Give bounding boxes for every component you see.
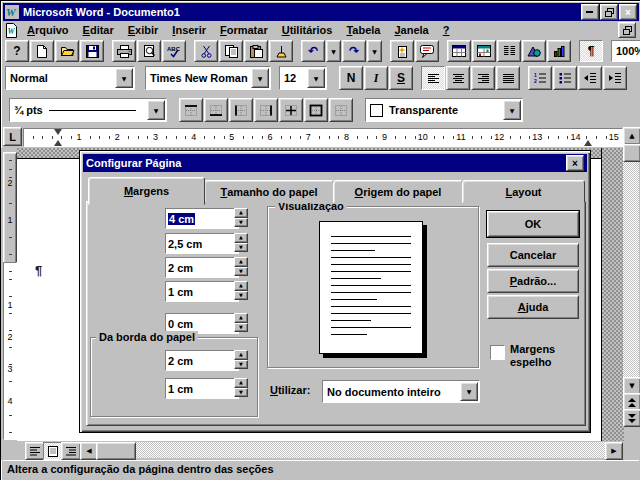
print-preview-button[interactable] <box>137 40 161 62</box>
superior-input[interactable]: 4 cm <box>165 208 239 229</box>
columns-button[interactable] <box>497 40 521 62</box>
cabecalho-input[interactable]: 2 cm <box>165 350 239 371</box>
align-right-button[interactable] <box>471 66 495 90</box>
spin-down-icon[interactable]: ▼ <box>234 323 248 333</box>
direita-input[interactable]: 1 cm <box>165 281 239 302</box>
inferior-spinner[interactable]: ▲▼ <box>234 233 248 252</box>
print-button[interactable] <box>112 40 136 62</box>
new-document-button[interactable] <box>30 40 54 62</box>
close-button[interactable]: × <box>619 4 637 20</box>
inferior-input[interactable]: 2,5 cm <box>165 233 239 254</box>
esquerda-spinner[interactable]: ▲▼ <box>234 257 248 276</box>
format-painter-button[interactable] <box>269 40 293 62</box>
dialog-close-button[interactable]: × <box>566 155 584 171</box>
spin-up-icon[interactable]: ▲ <box>234 378 248 388</box>
spin-up-icon[interactable]: ▲ <box>234 257 248 267</box>
tab-tamanho-do-papel[interactable]: Tamanho do papel <box>204 180 334 203</box>
tab-margens[interactable]: Margens <box>88 177 205 205</box>
spin-down-icon[interactable]: ▼ <box>234 218 248 228</box>
menu-item-utilitarios[interactable]: Utilitários <box>275 21 340 39</box>
numbering-button[interactable]: 12 <box>528 66 552 90</box>
align-left-button[interactable] <box>421 66 445 90</box>
open-button[interactable] <box>55 40 79 62</box>
line-style-combobox[interactable]: ¾ pts▼ <box>9 98 167 122</box>
undo-dropdown-button[interactable]: ▼ <box>326 40 341 62</box>
paragraph-marks-button[interactable]: ¶ <box>579 40 603 62</box>
border-inside-button[interactable] <box>279 98 303 122</box>
minimize-button[interactable] <box>581 4 599 20</box>
spin-down-icon[interactable]: ▼ <box>234 360 248 370</box>
tab-alignment-button[interactable]: L <box>3 127 22 146</box>
undo-button[interactable]: ↶ <box>301 40 325 62</box>
mirror-margins-checkbox[interactable] <box>490 345 505 360</box>
document-restore-button[interactable] <box>618 22 636 38</box>
tab-origem-do-papel[interactable]: Origem do papel <box>333 180 463 203</box>
spell-check-button[interactable]: ABC <box>162 40 186 62</box>
border-right-button[interactable] <box>254 98 278 122</box>
spin-up-icon[interactable]: ▲ <box>234 281 248 291</box>
vertical-ruler-margin[interactable]: 21 <box>3 152 17 264</box>
menu-item-help[interactable]: ? <box>436 21 457 39</box>
spin-down-icon[interactable]: ▼ <box>234 267 248 277</box>
autoformat-button[interactable] <box>390 40 414 62</box>
decrease-indent-button[interactable] <box>578 66 602 90</box>
italic-button[interactable]: I <box>364 66 388 90</box>
window-titlebar[interactable]: W Microsoft Word - Documento1 × <box>3 3 639 21</box>
horizontal-scrollbar[interactable] <box>96 442 605 458</box>
esquerda-input[interactable]: 2 cm <box>165 257 239 278</box>
zoom-combobox[interactable]: 100% ▼ <box>611 40 640 62</box>
redo-dropdown-button[interactable]: ▼ <box>367 40 382 62</box>
menu-item-janela[interactable]: Janela <box>387 21 435 39</box>
spin-up-icon[interactable]: ▲ <box>234 208 248 218</box>
tip-wizard-button[interactable] <box>415 40 439 62</box>
border-none-button[interactable] <box>329 98 353 122</box>
vertical-ruler-text[interactable]: 1234 <box>3 262 17 440</box>
horizontal-scrollbar-thumb[interactable] <box>96 442 136 460</box>
menu-item-formatar[interactable]: Formatar <box>213 21 275 39</box>
menu-item-editar[interactable]: Editar <box>76 21 121 39</box>
horizontal-ruler[interactable]: 123456789101112131415 <box>23 128 623 147</box>
underline-button[interactable]: S <box>389 66 413 90</box>
menu-item-tabela[interactable]: Tabela <box>339 21 387 39</box>
spin-down-icon[interactable]: ▼ <box>234 388 248 398</box>
insert-excel-button[interactable] <box>472 40 496 62</box>
right-indent-marker[interactable] <box>584 140 592 146</box>
font-size-combobox[interactable]: 12▼ <box>279 66 327 90</box>
vertical-scrollbar-thumb[interactable] <box>623 144 640 162</box>
restore-button[interactable] <box>600 4 618 20</box>
paste-button[interactable] <box>244 40 268 62</box>
rodape-input[interactable]: 1 cm <box>165 378 239 399</box>
spin-down-icon[interactable]: ▼ <box>234 243 248 253</box>
style-combobox[interactable]: Normal▼ <box>5 66 135 90</box>
drawing-button[interactable] <box>522 40 546 62</box>
help-button[interactable]: ? <box>5 40 29 62</box>
tab-layout[interactable]: Layout <box>462 180 585 203</box>
insert-table-button[interactable] <box>447 40 471 62</box>
scroll-up-button[interactable]: ▲ <box>623 127 640 145</box>
justify-button[interactable] <box>496 66 520 90</box>
border-bottom-button[interactable] <box>204 98 228 122</box>
font-dropdown-button[interactable]: ▼ <box>251 68 269 88</box>
cabecalho-spinner[interactable]: ▲▼ <box>234 350 248 369</box>
medianiz-spinner[interactable]: ▲▼ <box>234 313 248 332</box>
border-outside-button[interactable] <box>304 98 328 122</box>
menu-item-exibir[interactable]: Exibir <box>121 21 166 39</box>
line-style-dropdown-button[interactable]: ▼ <box>147 100 165 120</box>
utilizar-combobox[interactable]: No documento inteiro▼ <box>322 380 480 403</box>
font-size-dropdown-button[interactable]: ▼ <box>307 68 325 88</box>
align-center-button[interactable] <box>446 66 470 90</box>
chart-button[interactable] <box>547 40 571 62</box>
copy-button[interactable] <box>219 40 243 62</box>
border-left-button[interactable] <box>229 98 253 122</box>
outline-view-button[interactable] <box>61 442 81 460</box>
shading-combobox[interactable]: Transparente▼ <box>365 98 523 122</box>
shading-dropdown-button[interactable]: ▼ <box>503 100 521 120</box>
scroll-right-button[interactable]: ▶ <box>605 442 623 460</box>
superior-spinner[interactable]: ▲▼ <box>234 208 248 227</box>
dialog-titlebar[interactable]: Configurar Página × <box>83 154 587 172</box>
increase-indent-button[interactable] <box>603 66 627 90</box>
cancel-button[interactable]: Cancelar <box>487 243 579 267</box>
left-indent-marker[interactable] <box>54 140 62 146</box>
default-button[interactable]: Padrão... <box>487 269 579 293</box>
page-layout-view-button[interactable] <box>43 442 63 460</box>
